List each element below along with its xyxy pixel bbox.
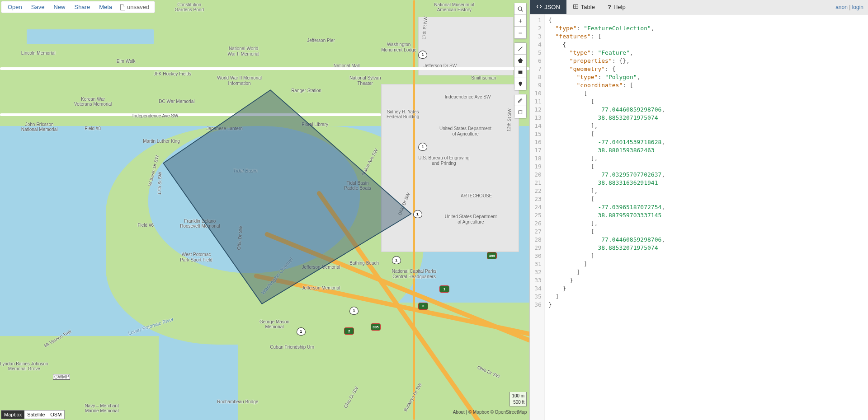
auth-login[interactable]: login: [852, 4, 863, 10]
menu-open[interactable]: Open: [3, 2, 27, 12]
zoom-in-button[interactable]: +: [514, 15, 526, 27]
table-icon: [573, 4, 579, 11]
code-content[interactable]: { "type": "FeatureCollection", "features…: [545, 14, 669, 420]
menu-meta[interactable]: Meta: [94, 2, 117, 12]
scale-bar: 100 m 500 ft: [509, 392, 527, 406]
draw-tools-group: [514, 42, 527, 90]
edit-button[interactable]: [514, 94, 526, 106]
help-icon: ?: [608, 4, 611, 10]
delete-button[interactable]: [514, 106, 526, 118]
basemap-osm[interactable]: OSM: [47, 411, 64, 419]
tab-help-label: Help: [613, 4, 626, 10]
tab-json-label: JSON: [544, 4, 560, 10]
menu-save[interactable]: Save: [27, 2, 49, 12]
basemap-switcher: Mapbox Satellite OSM: [1, 410, 65, 419]
menu-new[interactable]: New: [49, 2, 70, 12]
file-status-text: unsaved: [127, 4, 149, 10]
editor-tabs: JSON Table ? Help anon | login: [530, 0, 868, 14]
svg-marker-4: [518, 58, 523, 63]
menu-share[interactable]: Share: [70, 2, 94, 12]
edit-tools-group: [514, 94, 527, 118]
svg-rect-5: [519, 70, 523, 74]
scale-imperial: 500 ft: [512, 399, 524, 406]
line-gutter: 1234567891011121314151617181920212223242…: [530, 14, 545, 420]
auth-links: anon | login: [831, 4, 868, 10]
tab-json[interactable]: JSON: [530, 0, 566, 14]
basemap-satellite[interactable]: Satellite: [24, 411, 47, 419]
svg-line-2: [521, 10, 523, 11]
draw-line-button[interactable]: [514, 43, 526, 55]
draw-polygon-button[interactable]: [514, 55, 526, 66]
tab-table-label: Table: [581, 4, 595, 10]
svg-line-3: [519, 47, 523, 51]
file-menu-bar: Open Save New Share Meta unsaved: [1, 1, 155, 13]
editor-panel: JSON Table ? Help anon | login 123456789…: [529, 0, 868, 420]
basemap-mapbox[interactable]: Mapbox: [1, 411, 24, 419]
scale-metric: 100 m: [512, 393, 524, 399]
auth-anon[interactable]: anon: [835, 4, 848, 10]
search-zoom-group: + −: [514, 3, 527, 39]
svg-point-1: [518, 7, 522, 10]
draw-marker-button[interactable]: [514, 78, 526, 90]
tab-table[interactable]: Table: [566, 0, 601, 14]
code-icon: [536, 4, 542, 11]
file-status: unsaved: [117, 2, 153, 12]
svg-rect-6: [519, 111, 522, 114]
draw-rectangle-button[interactable]: [514, 66, 526, 78]
svg-marker-0: [163, 90, 411, 303]
polygon-overlay: [0, 0, 529, 420]
search-button[interactable]: [514, 3, 526, 15]
attribution: About | © Mapbox © OpenStreetMap: [453, 410, 527, 415]
map-panel[interactable]: Constitution Gardens Pond National Museu…: [0, 0, 529, 420]
code-editor[interactable]: 1234567891011121314151617181920212223242…: [530, 14, 868, 420]
file-icon: [120, 4, 125, 10]
zoom-out-button[interactable]: −: [514, 27, 526, 38]
tab-help[interactable]: ? Help: [601, 0, 632, 14]
